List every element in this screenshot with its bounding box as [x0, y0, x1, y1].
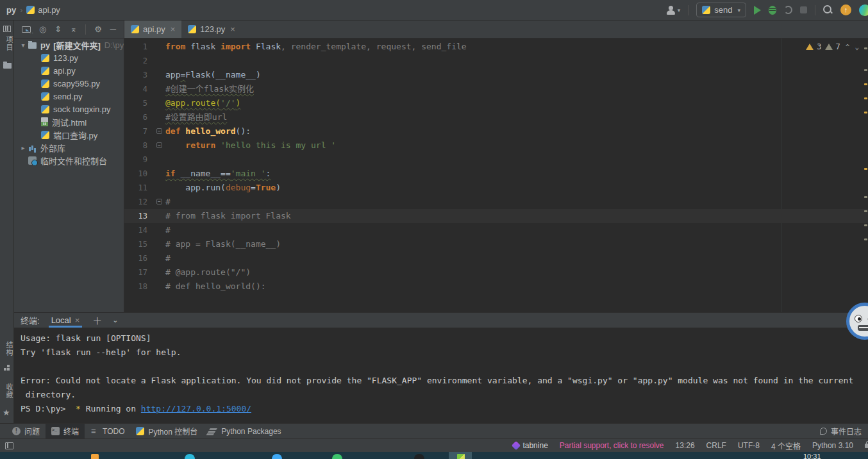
tree-row[interactable]: 测试.html: [14, 115, 124, 128]
fold-icon[interactable]: −: [156, 199, 162, 204]
code-line[interactable]: 16#: [124, 251, 868, 265]
terminal-tab-local[interactable]: Local ×: [49, 313, 83, 328]
encoding-widget[interactable]: UTF-8: [738, 441, 760, 450]
stripe-mark[interactable]: [864, 196, 867, 198]
run-configuration-select[interactable]: send ▾: [696, 3, 746, 17]
prev-issue-icon[interactable]: ^: [846, 43, 850, 51]
tree-row[interactable]: scapy595.py: [14, 77, 124, 90]
tree-row[interactable]: 123.py: [14, 51, 124, 64]
stop-button[interactable]: [800, 6, 807, 13]
line-ending-widget[interactable]: CRLF: [706, 441, 726, 450]
update-available-icon[interactable]: ↑: [840, 4, 851, 15]
gradient-ball-icon[interactable]: [859, 4, 868, 16]
next-issue-icon[interactable]: ⌄: [855, 43, 859, 51]
tabnine-hint-link[interactable]: Partial support, click to resolve: [560, 441, 664, 450]
select-opened-file-icon[interactable]: [22, 26, 31, 33]
indent-widget[interactable]: 4 个空格: [771, 440, 801, 451]
code-line[interactable]: 2: [124, 54, 868, 68]
code-line[interactable]: 14#: [124, 223, 868, 237]
taskbar-app-icon[interactable]: [272, 454, 282, 459]
tree-row[interactable]: send.py: [14, 90, 124, 103]
code-line[interactable]: 8− return 'hello this is my url ': [124, 138, 868, 153]
code-line[interactable]: 15# app = Flask(__name__): [124, 237, 868, 251]
tree-row[interactable]: ▾py[新建文件夹]D:\py: [14, 38, 124, 51]
run-button[interactable]: [754, 6, 761, 15]
debug-button[interactable]: [769, 6, 776, 15]
code-line[interactable]: 11 app.run(debug=True): [124, 181, 868, 195]
code-line[interactable]: 10if __name__=='main ':: [124, 167, 868, 181]
stripe-mark[interactable]: [864, 224, 867, 226]
toolwindow-button-python[interactable]: Python 控制台: [130, 424, 203, 438]
fold-icon[interactable]: −: [156, 142, 162, 148]
terminal-output[interactable]: Usage: flask run [OPTIONS]Try 'flask run…: [14, 328, 868, 423]
fold-icon[interactable]: −: [156, 128, 162, 134]
editor-tab[interactable]: 123.py×: [181, 21, 242, 38]
tree-row[interactable]: 端口查询.py: [14, 128, 124, 141]
stripe-mark[interactable]: [864, 210, 867, 212]
profiler-button[interactable]: [784, 6, 792, 14]
inspection-widget[interactable]: 3 7 ^ ⌄: [806, 42, 859, 51]
code-line[interactable]: 1from flask import Flask, render_templat…: [124, 40, 868, 54]
tabnine-widget[interactable]: tabnine: [513, 441, 547, 450]
code-line[interactable]: 12−#: [124, 195, 868, 209]
windows-taskbar[interactable]: 10:31: [0, 452, 868, 459]
collapsed-chevron-icon[interactable]: ▸: [18, 144, 28, 151]
tree-row[interactable]: api.py: [14, 64, 124, 77]
code-line[interactable]: 18# def hello_world():: [124, 280, 868, 294]
code-editor[interactable]: 1from flask import Flask, render_templat…: [124, 38, 868, 312]
tree-row[interactable]: 临时文件和控制台: [14, 154, 124, 167]
project-toolwindow-icon[interactable]: [3, 26, 11, 32]
terminal-options-icon[interactable]: ⌄: [112, 316, 118, 324]
search-everywhere-button[interactable]: [823, 5, 833, 15]
close-icon[interactable]: ×: [230, 24, 235, 34]
stripe-mark[interactable]: [864, 168, 867, 170]
expanded-chevron-icon[interactable]: ▾: [18, 42, 28, 49]
close-icon[interactable]: ×: [75, 315, 80, 325]
collapse-all-icon[interactable]: ⌅: [70, 25, 77, 33]
project-toolwindow-label[interactable]: 项目: [0, 36, 14, 51]
lock-icon[interactable]: [865, 444, 868, 448]
taskbar-app-icon[interactable]: [414, 454, 424, 459]
stripe-mark[interactable]: [864, 112, 867, 113]
toolwindow-button-terminal[interactable]: 终端: [46, 424, 85, 438]
toggle-toolwindows-icon[interactable]: [5, 442, 13, 449]
star-icon[interactable]: ★: [3, 408, 10, 417]
stripe-mark[interactable]: [864, 97, 867, 99]
stripe-mark[interactable]: [864, 83, 867, 85]
editor-tab[interactable]: api.py×: [124, 21, 181, 38]
error-stripe[interactable]: [863, 38, 868, 312]
toolwindow-button-problems[interactable]: 问题: [6, 424, 46, 438]
toolwindow-button-packages[interactable]: Python Packages: [203, 424, 287, 438]
code-line[interactable]: 3app=Flask(__name__): [124, 68, 868, 82]
terminal-link[interactable]: http://127.0.0.1:5000/: [141, 404, 251, 413]
code-line[interactable]: 17# @app.route("/"): [124, 265, 868, 280]
stripe-mark[interactable]: [864, 47, 867, 49]
tree-row[interactable]: ▸外部库: [14, 141, 124, 154]
expand-all-icon[interactable]: ⇕: [54, 25, 62, 33]
hide-panel-icon[interactable]: ─: [110, 25, 116, 33]
structure-toolwindow-label[interactable]: 结构: [0, 341, 14, 356]
breadcrumb-file[interactable]: api.py: [38, 5, 60, 15]
user-account-button[interactable]: ▾: [666, 6, 681, 15]
code-line[interactable]: 6#设置路由即url: [124, 110, 868, 124]
toolwindow-button-todo[interactable]: TODO: [85, 424, 130, 438]
favorites-toolwindow-label[interactable]: 收藏: [0, 383, 14, 399]
code-line[interactable]: 7−def hello_word():: [124, 124, 868, 138]
folder-icon[interactable]: [3, 63, 12, 69]
taskbar-app-icon[interactable]: [91, 454, 99, 459]
interpreter-widget[interactable]: Python 3.10: [812, 441, 853, 450]
event-log-button[interactable]: 事件日志: [820, 426, 862, 437]
code-line[interactable]: 4#创建一个flask实例化: [124, 82, 868, 96]
tree-row[interactable]: sock tongxin.py: [14, 103, 124, 115]
breadcrumb-project[interactable]: py: [6, 5, 16, 15]
new-terminal-session-button[interactable]: ＋: [92, 313, 102, 327]
structure-icon[interactable]: [4, 365, 10, 371]
taskbar-app-icon[interactable]: [332, 454, 342, 459]
stripe-mark[interactable]: [864, 69, 867, 71]
code-line[interactable]: 9: [124, 153, 868, 167]
code-line[interactable]: 13# from flask import Flask: [124, 209, 868, 223]
close-icon[interactable]: ×: [171, 24, 176, 34]
taskbar-app-icon[interactable]: [185, 454, 195, 459]
settings-gear-icon[interactable]: ⚙: [94, 25, 102, 33]
locate-icon[interactable]: ◎: [39, 25, 46, 33]
